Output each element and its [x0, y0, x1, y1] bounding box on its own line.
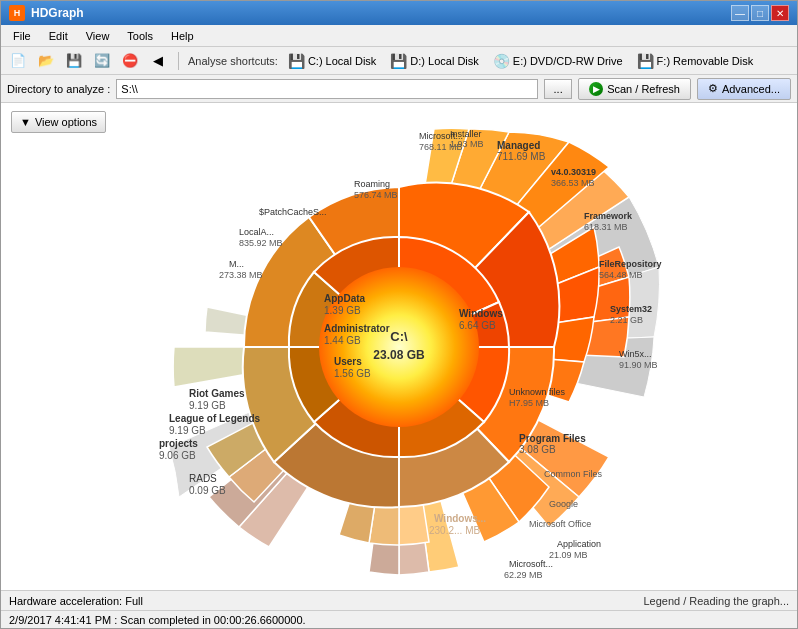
close-button[interactable]: ✕: [771, 5, 789, 21]
menu-view[interactable]: View: [78, 28, 118, 44]
svg-text:711.69 MB: 711.69 MB: [497, 151, 546, 162]
svg-text:Unknown files: Unknown files: [509, 387, 566, 397]
scan-label: Scan / Refresh: [607, 83, 680, 95]
shortcut-f-label: F:) Removable Disk: [657, 55, 754, 67]
sunburst-chart[interactable]: C:\ 23.08 GB Managed 711.69 MB v4.0.3031…: [89, 103, 709, 590]
toolbar-new[interactable]: 📄: [7, 50, 29, 72]
drive-f-icon: 💾: [637, 53, 654, 69]
toolbar: 📄 📂 💾 🔄 ⛔ ◀ Analyse shortcuts: 💾 C:) Loc…: [1, 47, 797, 75]
status-bar: Hardware acceleration: Full Legend / Rea…: [1, 590, 797, 610]
svg-text:2.21 GB: 2.21 GB: [610, 315, 643, 325]
shortcut-e-label: E:) DVD/CD-RW Drive: [513, 55, 623, 67]
directory-bar: Directory to analyze : ... ▶ Scan / Refr…: [1, 75, 797, 103]
settings-icon: ⚙: [708, 82, 718, 95]
shortcut-d[interactable]: 💾 D:) Local Disk: [386, 52, 482, 70]
svg-text:618.31 MB: 618.31 MB: [584, 222, 628, 232]
browse-button[interactable]: ...: [544, 79, 572, 99]
dropdown-icon: ▼: [20, 116, 31, 128]
advanced-button[interactable]: ⚙ Advanced...: [697, 78, 791, 100]
svg-text:Windows: Windows: [459, 308, 503, 319]
shortcut-f[interactable]: 💾 F:) Removable Disk: [633, 52, 758, 70]
advanced-label: Advanced...: [722, 83, 780, 95]
svg-text:Common Files: Common Files: [544, 469, 603, 479]
app-icon: H: [9, 5, 25, 21]
svg-text:Administrator: Administrator: [324, 323, 390, 334]
toolbar-save[interactable]: 💾: [63, 50, 85, 72]
center-size: 23.08 GB: [373, 348, 425, 362]
shortcut-d-label: D:) Local Disk: [410, 55, 478, 67]
svg-text:835.92 MB: 835.92 MB: [239, 238, 283, 248]
legend-button[interactable]: Legend / Reading the graph...: [643, 595, 789, 607]
svg-text:1.44 GB: 1.44 GB: [324, 335, 361, 346]
drive-d-icon: 💾: [390, 53, 407, 69]
toolbar-back[interactable]: ◀: [147, 50, 169, 72]
window-title: HDGraph: [31, 6, 84, 20]
main-content: ▼ View options: [1, 103, 797, 590]
svg-text:Microsoft...: Microsoft...: [509, 559, 553, 569]
svg-text:Application: Application: [557, 539, 601, 549]
svg-text:1.39 GB: 1.39 GB: [324, 305, 361, 316]
status-bottom: 2/9/2017 4:41:41 PM : Scan completed in …: [1, 610, 797, 628]
shortcut-c-label: C:) Local Disk: [308, 55, 376, 67]
toolbar-stop[interactable]: ⛔: [119, 50, 141, 72]
svg-text:AppData: AppData: [324, 293, 366, 304]
view-options-button[interactable]: ▼ View options: [11, 111, 106, 133]
svg-text:$PatchCacheS...: $PatchCacheS...: [259, 207, 327, 217]
svg-text:62.29 MB: 62.29 MB: [504, 570, 543, 580]
svg-text:Google: Google: [549, 499, 578, 509]
center-circle: [319, 267, 479, 427]
svg-text:Windows...: Windows...: [434, 513, 486, 524]
dir-label: Directory to analyze :: [7, 83, 110, 95]
svg-text:System32: System32: [610, 304, 652, 314]
svg-text:FileRepository: FileRepository: [599, 259, 662, 269]
svg-text:Win5x...: Win5x...: [619, 349, 652, 359]
svg-text:Microsoft Office: Microsoft Office: [529, 519, 591, 529]
svg-text:Program Files: Program Files: [519, 433, 586, 444]
shortcut-c[interactable]: 💾 C:) Local Disk: [284, 52, 380, 70]
drive-e-icon: 💿: [493, 53, 510, 69]
drive-c-icon: 💾: [288, 53, 305, 69]
svg-text:768.11 MB: 768.11 MB: [419, 142, 463, 152]
svg-text:91.90 MB: 91.90 MB: [619, 360, 658, 370]
menu-tools[interactable]: Tools: [119, 28, 161, 44]
svg-text:Microsoft...: Microsoft...: [419, 131, 463, 141]
svg-text:576.74 MB: 576.74 MB: [354, 190, 398, 200]
svg-text:3.08 GB: 3.08 GB: [519, 444, 556, 455]
svg-text:LocalA...: LocalA...: [239, 227, 274, 237]
toolbar-open[interactable]: 📂: [35, 50, 57, 72]
toolbar-refresh-green[interactable]: 🔄: [91, 50, 113, 72]
minimize-button[interactable]: —: [731, 5, 749, 21]
toolbar-separator-1: [178, 52, 179, 70]
chart-container: C:\ 23.08 GB Managed 711.69 MB v4.0.3031…: [1, 103, 797, 590]
svg-text:9.06 GB: 9.06 GB: [159, 450, 196, 461]
main-window: H HDGraph — □ ✕ File Edit View Tools Hel…: [0, 0, 798, 629]
svg-text:Roaming: Roaming: [354, 179, 390, 189]
menu-file[interactable]: File: [5, 28, 39, 44]
directory-input[interactable]: [116, 79, 538, 99]
svg-text:1.56 GB: 1.56 GB: [334, 368, 371, 379]
svg-text:M...: M...: [229, 259, 244, 269]
title-bar-left: H HDGraph: [9, 5, 84, 21]
svg-text:366.53 MB: 366.53 MB: [551, 178, 595, 188]
shortcut-e[interactable]: 💿 E:) DVD/CD-RW Drive: [489, 52, 627, 70]
svg-text:Riot Games: Riot Games: [189, 388, 245, 399]
svg-text:230.2... MB: 230.2... MB: [429, 525, 480, 536]
svg-text:9.19 GB: 9.19 GB: [189, 400, 226, 411]
scan-button[interactable]: ▶ Scan / Refresh: [578, 78, 691, 100]
maximize-button[interactable]: □: [751, 5, 769, 21]
svg-text:6.64 GB: 6.64 GB: [459, 320, 496, 331]
svg-text:0.09 GB: 0.09 GB: [189, 485, 226, 496]
menu-edit[interactable]: Edit: [41, 28, 76, 44]
hardware-status: Hardware acceleration: Full: [9, 595, 143, 607]
title-bar: H HDGraph — □ ✕: [1, 1, 797, 25]
svg-text:21.09 MB: 21.09 MB: [549, 550, 588, 560]
menu-bar: File Edit View Tools Help: [1, 25, 797, 47]
svg-text:564.48 MB: 564.48 MB: [599, 270, 643, 280]
window-controls: — □ ✕: [731, 5, 789, 21]
center-label: C:\: [390, 329, 408, 344]
svg-text:9.19 GB: 9.19 GB: [169, 425, 206, 436]
svg-text:RADS: RADS: [189, 473, 217, 484]
scan-time: 2/9/2017 4:41:41 PM : Scan completed in …: [9, 614, 306, 626]
menu-help[interactable]: Help: [163, 28, 202, 44]
svg-text:273.38 MB: 273.38 MB: [219, 270, 263, 280]
